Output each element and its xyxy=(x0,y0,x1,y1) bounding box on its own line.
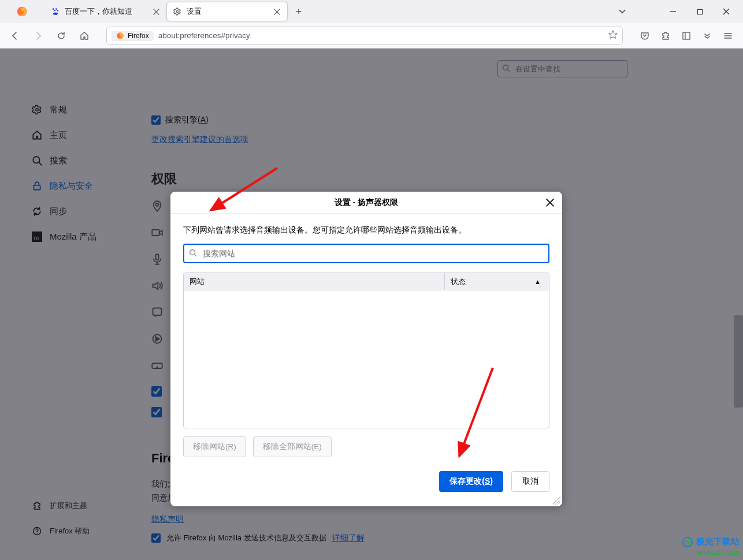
col-status-label: 状态 xyxy=(451,277,466,287)
titlebar: 百度一下，你就知道 设置 + xyxy=(0,0,743,23)
col-status[interactable]: 状态 ▲ xyxy=(445,273,549,290)
dialog-search-wrapper xyxy=(183,244,549,263)
firefox-logo xyxy=(12,1,32,22)
navbar: Firefox about:preferences#privacy xyxy=(0,23,743,48)
baidu-favicon-icon xyxy=(51,7,60,16)
identity-chip[interactable]: Firefox xyxy=(112,31,154,41)
remove-site-button[interactable]: 移除网站(R) xyxy=(183,436,246,457)
tab-close-icon[interactable] xyxy=(272,7,281,16)
remove-all-button[interactable]: 移除全部网站(E) xyxy=(253,436,332,457)
tab-close-icon[interactable] xyxy=(151,7,161,16)
gear-icon xyxy=(173,7,182,16)
save-button[interactable]: 保存更改(S) xyxy=(439,471,503,492)
search-icon xyxy=(189,249,197,259)
svg-rect-4 xyxy=(683,32,690,39)
bookmark-star-icon[interactable] xyxy=(608,30,618,41)
cancel-button[interactable]: 取消 xyxy=(511,471,549,492)
reload-button[interactable] xyxy=(52,27,70,45)
sites-table: 网站 状态 ▲ xyxy=(183,272,549,428)
dialog-left-actions: 移除网站(R) 移除全部网站(E) xyxy=(183,436,549,457)
dialog-header: 设置 - 扬声器权限 xyxy=(170,192,562,214)
resize-grip[interactable] xyxy=(552,496,560,505)
speaker-permissions-dialog: 设置 - 扬声器权限 下列网站曾请求选择音频输出设备。您可指定允许哪些网站选择音… xyxy=(170,192,562,506)
table-header: 网站 状态 ▲ xyxy=(184,273,549,290)
url-text: about:preferences#privacy xyxy=(158,31,604,40)
overflow-icon[interactable] xyxy=(698,27,716,45)
minimize-button[interactable] xyxy=(660,0,686,23)
col-site[interactable]: 网站 xyxy=(184,273,445,290)
app-menu-icon[interactable] xyxy=(719,27,737,45)
tab-label: 百度一下，你就知道 xyxy=(65,7,147,17)
dialog-title: 设置 - 扬声器权限 xyxy=(335,197,398,208)
svg-rect-2 xyxy=(697,9,702,14)
forward-button[interactable] xyxy=(29,27,47,45)
extensions-icon[interactable] xyxy=(656,27,675,45)
dialog-search-input[interactable] xyxy=(183,244,549,263)
tab-label: 设置 xyxy=(187,7,268,17)
pocket-icon[interactable] xyxy=(636,27,654,45)
sidebar-toggle-icon[interactable] xyxy=(677,27,696,45)
window-controls xyxy=(660,0,743,23)
back-button[interactable] xyxy=(6,27,24,45)
tab-baidu[interactable]: 百度一下，你就知道 xyxy=(45,2,166,21)
dialog-body: 下列网站曾请求选择音频输出设备。您可指定允许哪些网站选择音频输出设备。 网站 状… xyxy=(170,214,562,506)
dialog-close-button[interactable] xyxy=(544,196,556,209)
tab-settings[interactable]: 设置 xyxy=(166,2,288,21)
toolbar-right xyxy=(636,27,737,45)
content-area: 常规 主页 搜索 隐私与安全 同步 m Mozilla 产品 扩展和主题 xyxy=(0,48,743,560)
maximize-button[interactable] xyxy=(686,0,713,23)
dialog-right-actions: 保存更改(S) 取消 xyxy=(439,471,549,492)
tabs-dropdown-icon[interactable] xyxy=(614,3,631,20)
home-button[interactable] xyxy=(75,27,94,45)
new-tab-button[interactable]: + xyxy=(290,3,307,20)
dialog-description: 下列网站曾请求选择音频输出设备。您可指定允许哪些网站选择音频输出设备。 xyxy=(183,225,549,236)
close-window-button[interactable] xyxy=(713,0,740,23)
identity-label: Firefox xyxy=(128,32,149,40)
svg-point-1 xyxy=(176,10,179,13)
sort-arrow-icon: ▲ xyxy=(534,278,541,285)
tab-strip: 百度一下，你就知道 设置 + xyxy=(45,0,614,23)
url-bar[interactable]: Firefox about:preferences#privacy xyxy=(106,27,623,45)
svg-point-18 xyxy=(190,250,195,255)
